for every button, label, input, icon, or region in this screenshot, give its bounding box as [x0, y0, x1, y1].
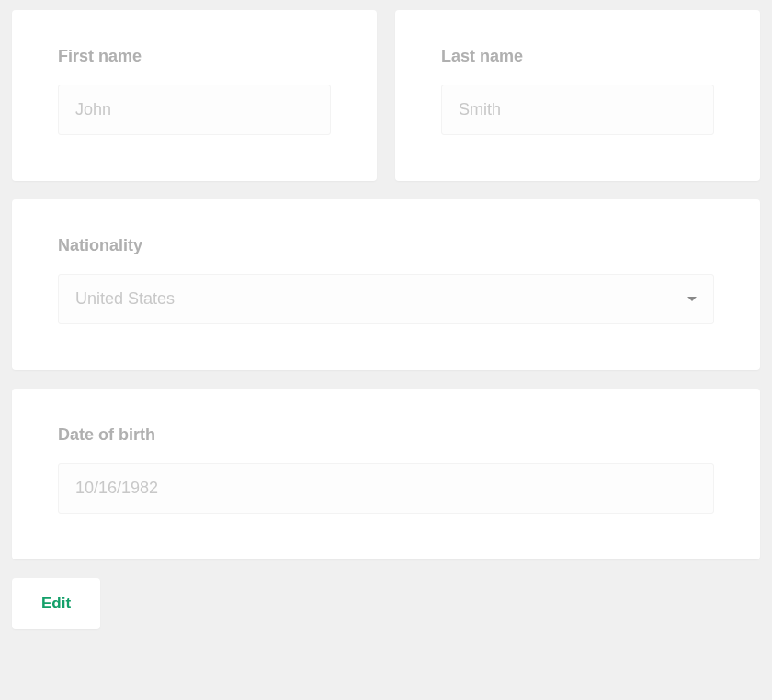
nationality-card: Nationality United States: [12, 199, 760, 370]
first-name-label: First name: [58, 47, 331, 66]
nationality-select[interactable]: United States: [58, 274, 714, 324]
last-name-input[interactable]: [459, 100, 697, 119]
last-name-card: Last name: [395, 10, 760, 181]
dob-input-wrap: [58, 463, 714, 514]
last-name-input-wrap: [441, 85, 714, 135]
nationality-label: Nationality: [58, 236, 714, 255]
first-name-input-wrap: [58, 85, 331, 135]
nationality-value: United States: [75, 289, 175, 309]
edit-button[interactable]: Edit: [12, 578, 100, 629]
first-name-input[interactable]: [75, 100, 313, 119]
chevron-down-icon: [687, 297, 697, 301]
dob-label: Date of birth: [58, 425, 714, 445]
first-name-card: First name: [12, 10, 377, 181]
dob-card: Date of birth: [12, 389, 760, 559]
last-name-label: Last name: [441, 47, 714, 66]
dob-input[interactable]: [75, 479, 697, 498]
